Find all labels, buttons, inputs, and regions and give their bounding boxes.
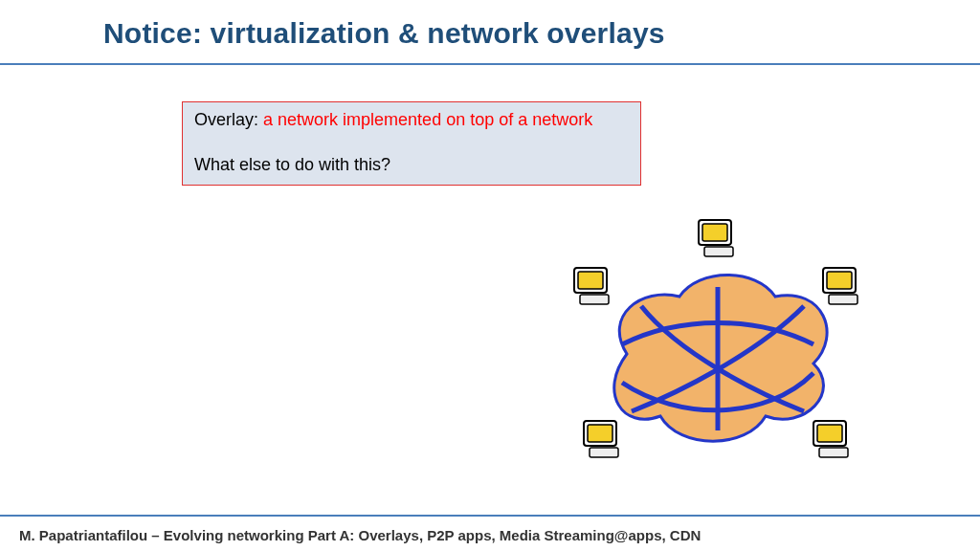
svg-rect-2 bbox=[704, 247, 733, 256]
definition-label: Overlay: bbox=[194, 110, 258, 129]
svg-rect-14 bbox=[819, 448, 848, 457]
overlay-network-icon bbox=[536, 201, 890, 488]
footer-text: M. Papatriantafilou – Evolving networkin… bbox=[19, 527, 701, 543]
svg-rect-1 bbox=[702, 224, 727, 241]
title-divider bbox=[0, 63, 980, 65]
svg-rect-8 bbox=[829, 295, 858, 304]
footer-divider bbox=[0, 515, 980, 517]
definition-question: What else to do with this? bbox=[194, 155, 629, 175]
definition-box: Overlay: a network implemented on top of… bbox=[182, 101, 641, 186]
svg-rect-7 bbox=[827, 272, 852, 289]
svg-rect-4 bbox=[578, 272, 603, 289]
svg-rect-5 bbox=[580, 295, 609, 304]
slide-title-block: Notice: virtualization & network overlay… bbox=[0, 17, 980, 59]
svg-rect-10 bbox=[588, 425, 612, 442]
svg-rect-13 bbox=[817, 425, 842, 442]
slide-title: Notice: virtualization & network overlay… bbox=[103, 17, 980, 50]
network-overlay-diagram bbox=[536, 201, 890, 488]
slide: Notice: virtualization & network overlay… bbox=[0, 0, 980, 551]
definition-meaning: a network implemented on top of a networ… bbox=[263, 110, 592, 129]
definition-line: Overlay: a network implemented on top of… bbox=[194, 110, 629, 130]
svg-rect-11 bbox=[590, 448, 618, 457]
